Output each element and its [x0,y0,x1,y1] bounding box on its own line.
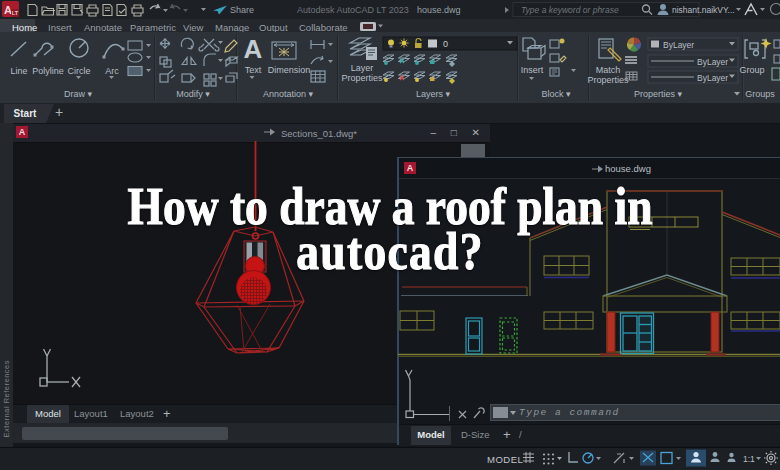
svg-text:ByLayer: ByLayer [697,73,728,83]
svg-text:A: A [244,34,263,64]
svg-text:Share: Share [230,5,254,15]
svg-text:Autodesk AutoCAD LT 2023: Autodesk AutoCAD LT 2023 [297,5,409,15]
svg-text:LT: LT [12,10,19,16]
svg-text:1:1: 1:1 [743,454,755,464]
svg-text:A: A [4,4,12,16]
svg-text:house.dwg: house.dwg [417,5,461,15]
svg-text:nishant.naikVY...: nishant.naikVY... [672,5,735,15]
svg-text:ByLayer: ByLayer [697,57,728,67]
svg-text:0: 0 [443,39,448,49]
svg-text:ByLayer: ByLayer [663,40,694,50]
svg-text:Type a keyword or phrase: Type a keyword or phrase [521,5,619,15]
